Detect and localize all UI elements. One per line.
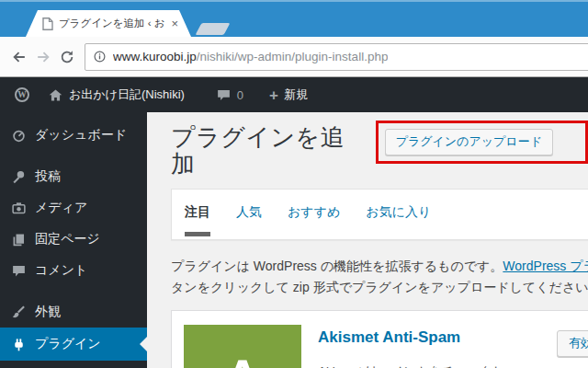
new-tab-button[interactable] — [196, 23, 231, 35]
menu-separator — [0, 286, 147, 296]
new-label: 新規 — [284, 86, 308, 103]
reload-icon[interactable] — [55, 45, 79, 69]
address-bar[interactable]: www.kuroobi.jp/nishiki/wp-admin/plugin-i… — [85, 43, 588, 71]
tab-favorites[interactable]: お気に入り — [366, 204, 431, 221]
sidebar-item-label: ダッシュボード — [35, 127, 127, 144]
plugin-directory-link[interactable]: WordPress プラグイン — [503, 259, 588, 273]
intro-text: プラグインは WordPress の機能性を拡張するものです。 — [171, 259, 503, 273]
pin-icon — [10, 169, 27, 185]
wp-logo-menu[interactable]: W — [9, 77, 35, 112]
browser-window: プラグインを追加 ‹ お出かけ日 × www.kuroobi.jp/nishik… — [0, 0, 588, 368]
tab-recommended[interactable]: おすすめ — [288, 204, 340, 221]
sidebar-item-comments[interactable]: コメント — [0, 255, 147, 286]
sidebar-item-label: 外観 — [35, 304, 61, 320]
dashboard-icon — [10, 128, 27, 144]
page-icon — [42, 17, 53, 30]
site-link[interactable]: お出かけ日記(Nishiki) — [42, 77, 190, 112]
plugin-card-akismet: A Akismet Anti-Spam Akismet はコメントをチェックし、… — [171, 310, 588, 368]
browser-tab[interactable]: プラグインを追加 ‹ お出かけ日 × — [26, 10, 191, 37]
page-header: プラグインを追加 プラグインのアップロード — [171, 124, 588, 177]
upload-plugin-button[interactable]: プラグインのアップロード — [385, 129, 553, 155]
url-text: www.kuroobi.jp/nishiki/wp-admin/plugin-i… — [113, 50, 388, 63]
sidebar-item-label: コメント — [35, 262, 87, 279]
forward-icon[interactable] — [31, 45, 55, 69]
annotation-red-box: プラグインのアップロード — [376, 121, 588, 164]
plus-icon: + — [269, 87, 278, 103]
activate-button[interactable]: 有効化 — [557, 330, 588, 357]
desc-line: Akismet はコメントをチェックし、 — [318, 362, 540, 368]
tab-popular[interactable]: 人気 — [236, 204, 262, 221]
sidebar-item-label: 投稿 — [35, 168, 61, 185]
tab-title: プラグインを追加 ‹ お出かけ日 — [59, 17, 165, 30]
site-name: お出かけ日記(Nishiki) — [69, 86, 185, 103]
intro-line-1: プラグインは WordPress の機能性を拡張するものです。WordPress… — [171, 256, 588, 277]
akismet-plugin-icon: A — [184, 325, 301, 368]
plugin-icon — [10, 337, 27, 352]
wordpress-logo-icon: W — [15, 87, 29, 102]
plugin-card-actions: 有効化 詳細情報 — [557, 325, 588, 368]
sidebar-item-pages[interactable]: 固定ページ — [0, 224, 147, 255]
menu-separator — [0, 151, 147, 161]
plugin-name-link[interactable]: Akismet Anti-Spam — [318, 328, 460, 347]
new-content-menu[interactable]: + 新規 — [264, 77, 313, 112]
plugin-description: Akismet はコメントをチェックし、 迷惑なコンテンツからあなたとサイ トを… — [318, 362, 540, 368]
home-icon — [48, 87, 63, 103]
info-icon[interactable] — [93, 50, 107, 63]
tab-featured[interactable]: 注目 — [185, 204, 210, 236]
comment-count: 0 — [237, 88, 243, 102]
intro-paragraph: プラグインは WordPress の機能性を拡張するものです。WordPress… — [171, 256, 588, 298]
main-content: プラグインを追加 プラグインのアップロード 注目 人気 おすすめ お気に入り プ… — [147, 112, 588, 368]
appearance-icon — [10, 305, 27, 320]
sidebar-item-label: 固定ページ — [35, 231, 100, 247]
admin-body: ダッシュボード 投稿 メディア 固定ページ — [0, 112, 588, 368]
url-path: /nishiki/wp-admin/plugin-install.php — [197, 50, 389, 63]
browser-toolbar: www.kuroobi.jp/nishiki/wp-admin/plugin-i… — [0, 37, 588, 77]
comments-menu[interactable]: 0 — [210, 77, 249, 112]
sidebar-item-label: プラグイン — [35, 336, 101, 352]
akismet-letter: A — [217, 348, 268, 368]
plugin-card-body: Akismet Anti-Spam Akismet はコメントをチェックし、 迷… — [318, 325, 540, 368]
tab-close-icon[interactable]: × — [171, 17, 178, 29]
plugin-filter-bar: 注目 人気 おすすめ お気に入り — [171, 189, 588, 240]
sidebar-item-posts[interactable]: 投稿 — [0, 161, 147, 192]
sidebar-item-label: メディア — [35, 200, 87, 216]
media-icon — [10, 201, 27, 216]
sidebar-item-dashboard[interactable]: ダッシュボード — [0, 120, 147, 151]
page-title: プラグインを追加 — [171, 124, 367, 177]
sidebar-item-appearance[interactable]: 外観 — [0, 296, 147, 328]
comments-icon — [10, 263, 27, 279]
sidebar-item-plugins[interactable]: プラグイン — [0, 328, 147, 361]
url-host: www.kuroobi.jp — [113, 50, 197, 63]
browser-titlebar: プラグインを追加 ‹ お出かけ日 × — [0, 0, 588, 37]
back-icon[interactable] — [7, 45, 31, 69]
comment-bubble-icon — [216, 87, 232, 103]
sidebar-item-media[interactable]: メディア — [0, 192, 147, 224]
intro-line-2: タンをクリックして zip 形式でプラグインをアップロードしてください。 — [171, 277, 588, 298]
pages-icon — [10, 232, 27, 247]
wp-sidebar-menu: ダッシュボード 投稿 メディア 固定ページ — [0, 112, 147, 368]
wp-admin-bar: W お出かけ日記(Nishiki) 0 + 新規 — [0, 77, 588, 112]
